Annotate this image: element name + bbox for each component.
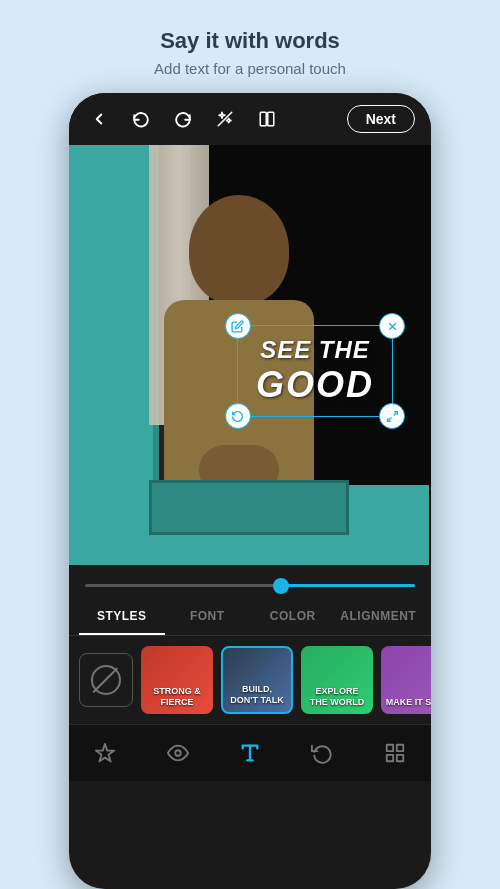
text-box[interactable]: SEE THE GOOD (237, 325, 393, 417)
style-card-label: STRONG &FIERCE (141, 686, 213, 708)
svg-rect-12 (397, 755, 403, 761)
nav-magic-button[interactable] (91, 739, 119, 767)
phone-shell: Next (69, 93, 431, 889)
style-slider[interactable] (85, 584, 415, 587)
image-area: SEE THE GOOD (69, 145, 431, 565)
svg-rect-1 (260, 112, 266, 126)
nav-preview-button[interactable] (164, 739, 192, 767)
nav-text-button[interactable] (236, 739, 264, 767)
tab-styles[interactable]: STYLES (79, 599, 165, 635)
compare-button[interactable] (253, 105, 281, 133)
undo-button[interactable] (127, 105, 155, 133)
svg-rect-11 (397, 745, 403, 751)
style-cards-row: STRONG &FIERCE BUILD,DON'T TALK EXPLORET… (69, 636, 431, 724)
next-button[interactable]: Next (347, 105, 415, 133)
style-card-make-it-significant[interactable]: MAKE IT SIG... (381, 646, 431, 714)
tab-bar: STYLES FONT COLOR ALIGNMENT (69, 599, 431, 636)
style-card-strong-fierce[interactable]: STRONG &FIERCE (141, 646, 213, 714)
style-card-explore-world[interactable]: EXPLORETHE WORLD (301, 646, 373, 714)
redo-button[interactable] (169, 105, 197, 133)
tab-alignment[interactable]: ALIGNMENT (336, 599, 422, 635)
text-line2: GOOD (256, 364, 374, 406)
style-card-label: MAKE IT SIG... (381, 697, 431, 708)
resize-handle[interactable] (379, 403, 405, 429)
tab-font[interactable]: FONT (165, 599, 251, 635)
toolbar: Next (69, 93, 431, 145)
rotate-handle[interactable] (225, 403, 251, 429)
magic-wand-button[interactable] (211, 105, 239, 133)
text-overlay-container[interactable]: SEE THE GOOD (219, 325, 411, 417)
tab-color[interactable]: COLOR (250, 599, 336, 635)
teal-bottom-panel (149, 480, 349, 535)
style-card-label: EXPLORETHE WORLD (301, 686, 373, 708)
svg-rect-10 (387, 745, 393, 751)
page-title: Say it with words (154, 28, 346, 54)
svg-rect-13 (387, 755, 393, 761)
style-card-build-dont-talk[interactable]: BUILD,DON'T TALK (221, 646, 293, 714)
close-handle[interactable] (379, 313, 405, 339)
nav-history-button[interactable] (308, 739, 336, 767)
svg-rect-2 (268, 112, 274, 126)
back-button[interactable] (85, 105, 113, 133)
bottom-nav (69, 724, 431, 781)
page-subtitle: Add text for a personal touch (154, 60, 346, 77)
svg-point-7 (175, 750, 181, 756)
style-card-label: BUILD,DON'T TALK (223, 684, 291, 706)
person-head (189, 195, 289, 305)
style-card-none[interactable] (79, 653, 133, 707)
nav-layers-button[interactable] (381, 739, 409, 767)
slider-container (69, 565, 431, 599)
no-style-icon (91, 665, 121, 695)
text-line1: SEE THE (256, 336, 374, 364)
page-header: Say it with words Add text for a persona… (134, 0, 366, 93)
edit-handle[interactable] (225, 313, 251, 339)
